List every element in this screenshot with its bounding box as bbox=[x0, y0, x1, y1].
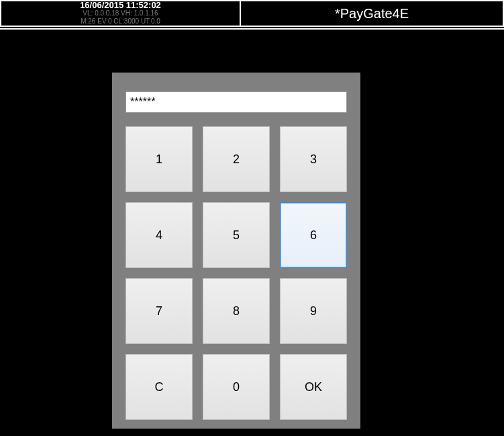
header-separator bbox=[0, 28, 504, 31]
header-bar: 16/06/2015 11:52:02 VL: 0.0.0.18 VH: 1.0… bbox=[0, 0, 504, 27]
key-ok[interactable]: OK bbox=[280, 354, 347, 420]
key-6[interactable]: 6 bbox=[280, 202, 347, 268]
key-4[interactable]: 4 bbox=[125, 202, 193, 268]
page-title: *PayGate4E bbox=[241, 1, 503, 26]
header-versions: VL: 0.0.0.18 VH: 1.0.1.16 bbox=[83, 9, 158, 17]
header-datetime: 16/06/2015 11:52:02 bbox=[80, 1, 161, 9]
keypad-panel: ****** 123456789C0OK bbox=[112, 73, 360, 429]
stage: ****** 123456789C0OK bbox=[0, 32, 504, 436]
key-0[interactable]: 0 bbox=[203, 354, 270, 420]
key-2[interactable]: 2 bbox=[203, 126, 270, 192]
key-7[interactable]: 7 bbox=[125, 278, 193, 344]
pin-display: ****** bbox=[125, 91, 347, 113]
keypad-grid: 123456789C0OK bbox=[125, 126, 347, 420]
key-clear[interactable]: C bbox=[125, 354, 193, 420]
key-5[interactable]: 5 bbox=[203, 202, 270, 268]
header-metrics: M:26 EV:0 CL:3000 UT:0.0 bbox=[81, 17, 160, 26]
key-3[interactable]: 3 bbox=[280, 126, 347, 192]
key-8[interactable]: 8 bbox=[203, 278, 270, 344]
header-status: 16/06/2015 11:52:02 VL: 0.0.0.18 VH: 1.0… bbox=[1, 1, 241, 26]
key-1[interactable]: 1 bbox=[125, 126, 193, 192]
key-9[interactable]: 9 bbox=[280, 278, 347, 344]
